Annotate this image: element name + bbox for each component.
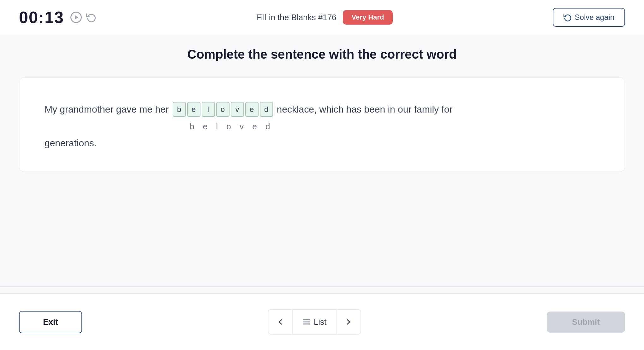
puzzle-title: Fill in the Blanks #176 — [256, 13, 336, 22]
letter-box-l: l — [202, 102, 215, 117]
solve-again-icon — [564, 13, 572, 21]
letter-box-v: v — [231, 102, 244, 117]
solve-again-button[interactable]: Solve again — [553, 8, 625, 27]
refresh-icon[interactable] — [86, 12, 96, 22]
header: 00:13 Fill in the Blanks #176 Very Hard … — [0, 0, 644, 35]
word-hint-text: b e l o v e d — [190, 122, 273, 131]
letter-box-e: e — [187, 102, 200, 117]
sentence-line: My grandmother gave me her b e l o v e d… — [45, 101, 599, 118]
svg-marker-1 — [75, 15, 79, 19]
exit-label: Exit — [43, 317, 58, 327]
next-button[interactable] — [336, 309, 361, 335]
play-icon[interactable] — [70, 12, 82, 23]
sentence-before: My grandmother gave me her — [45, 101, 169, 118]
list-icon — [302, 318, 311, 326]
letter-box-o: o — [216, 102, 230, 117]
nav-section: List — [268, 309, 361, 335]
footer: Exit List Submit — [0, 293, 644, 350]
main-content: Complete the sentence with the correct w… — [0, 35, 644, 184]
letter-box-b: b — [173, 102, 186, 117]
answer-word-boxes: b e l o v e d — [173, 102, 273, 117]
page-heading: Complete the sentence with the correct w… — [19, 47, 625, 61]
sentence-after: necklace, which has been in our family f… — [277, 101, 453, 118]
sentence-card: My grandmother gave me her b e l o v e d… — [19, 77, 625, 172]
timer-section: 00:13 — [19, 8, 96, 27]
footer-divider — [0, 286, 644, 287]
difficulty-badge: Very Hard — [343, 10, 393, 25]
timer-controls — [70, 12, 96, 23]
center-section: Fill in the Blanks #176 Very Hard — [256, 10, 393, 25]
list-button[interactable]: List — [293, 309, 336, 335]
list-label: List — [314, 317, 326, 327]
timer-display: 00:13 — [19, 8, 64, 27]
prev-button[interactable] — [268, 309, 293, 335]
submit-button[interactable]: Submit — [547, 312, 625, 333]
letter-box-e2: e — [245, 102, 259, 117]
last-line: generations. — [45, 138, 599, 149]
word-hint: b e l o v e d — [45, 122, 599, 131]
solve-again-label: Solve again — [575, 13, 614, 22]
chevron-right-icon — [344, 318, 353, 326]
submit-label: Submit — [572, 317, 600, 327]
chevron-left-icon — [276, 318, 285, 326]
letter-box-d: d — [260, 102, 273, 117]
exit-button[interactable]: Exit — [19, 311, 82, 333]
